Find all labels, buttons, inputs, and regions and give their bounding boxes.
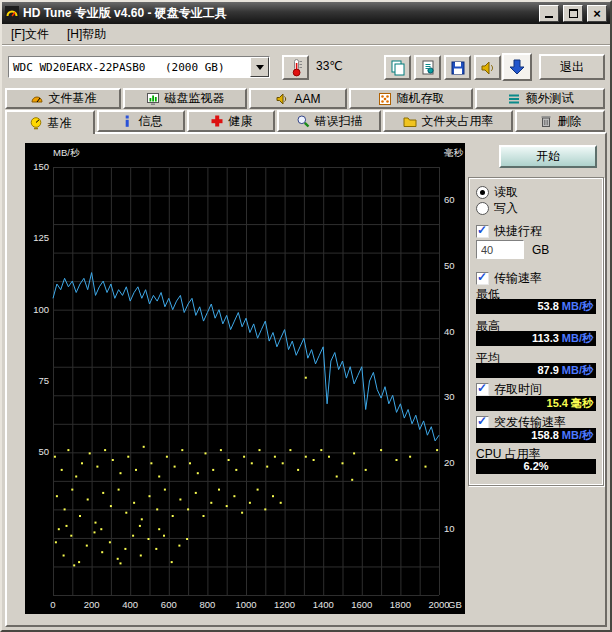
tab-erase[interactable]: 删除 — [515, 110, 605, 132]
tab-label: 文件基准 — [49, 90, 97, 107]
tab-error-scan[interactable]: 错误扫描 — [277, 110, 381, 132]
copy-to-clipboard-button[interactable] — [384, 55, 411, 80]
svg-text:400: 400 — [122, 599, 138, 610]
down-arrow-icon — [507, 57, 527, 77]
short-stroke-checkbox[interactable] — [476, 225, 489, 238]
tab-info[interactable]: 信息 — [97, 110, 185, 132]
svg-text:50: 50 — [38, 446, 49, 457]
error-scan-magnifier-icon — [296, 114, 310, 128]
burst-rate-value-box: 158.8MB/秒 — [476, 428, 596, 443]
svg-text:800: 800 — [199, 599, 215, 610]
app-window: HD Tune 专业版 v4.60 - 硬盘专业工具 × [F]文件 [H]帮助… — [0, 0, 612, 632]
minimize-button[interactable] — [539, 5, 559, 22]
access-time-value: 15.4 — [547, 397, 568, 409]
tab-benchmark[interactable]: 基准 — [5, 110, 95, 134]
benchmark-icon — [29, 116, 43, 130]
save-button[interactable] — [444, 55, 471, 80]
aam-sound-button[interactable] — [474, 55, 501, 80]
tab-row-primary: 基准 信息 健康 错误扫描 文件夹占用率 — [5, 110, 605, 134]
file-benchmark-icon — [30, 92, 44, 106]
floppy-disk-icon — [449, 59, 467, 77]
screenshot-page-icon — [419, 59, 437, 77]
min-value-box: 53.8MB/秒 — [476, 299, 596, 314]
write-label: 写入 — [494, 200, 518, 217]
drive-model: WDC WD20EARX-22PASB0 — [9, 61, 165, 74]
tab-disk-monitor[interactable]: 磁盘监视器 — [123, 88, 247, 109]
copy-screenshot-button[interactable] — [414, 55, 441, 80]
tab-label: 删除 — [558, 113, 582, 130]
transfer-rate-checkbox[interactable] — [476, 272, 489, 285]
temperature-value: 33℃ — [316, 59, 343, 73]
svg-text:1600: 1600 — [351, 599, 372, 610]
speaker-icon — [479, 59, 497, 77]
tab-random-access[interactable]: 随机存取 — [349, 88, 473, 109]
close-icon: × — [593, 8, 601, 19]
close-button[interactable]: × — [587, 5, 607, 22]
access-time-value-box: 15.4毫秒 — [476, 396, 596, 411]
max-value-box: 113.3MB/秒 — [476, 331, 596, 346]
exit-button[interactable]: 退出 — [539, 54, 605, 80]
avg-value: 87.9 — [537, 364, 558, 376]
drive-select-dropdown[interactable]: WDC WD20EARX-22PASB0 (2000 GB) — [8, 56, 270, 78]
copy-pages-icon — [389, 59, 407, 77]
min-value: 53.8 — [537, 300, 558, 312]
folder-icon — [403, 114, 417, 128]
tab-label: 文件夹占用率 — [422, 113, 494, 130]
svg-text:1800: 1800 — [390, 599, 411, 610]
tab-label: 额外测试 — [526, 90, 574, 107]
menu-file[interactable]: [F]文件 — [2, 26, 58, 43]
tab-label: 信息 — [139, 113, 163, 130]
tab-label: 基准 — [48, 115, 72, 132]
start-button[interactable]: 开始 — [499, 145, 597, 168]
trash-icon — [539, 114, 553, 128]
tab-health[interactable]: 健康 — [187, 110, 275, 132]
access-time-checkbox[interactable] — [476, 383, 489, 396]
tab-folder-usage[interactable]: 文件夹占用率 — [383, 110, 513, 132]
download-results-button[interactable] — [502, 53, 532, 81]
write-option[interactable]: 写入 — [476, 200, 518, 217]
app-icon — [5, 6, 19, 20]
random-access-icon — [378, 92, 392, 106]
avg-unit: MB/秒 — [562, 364, 593, 376]
svg-text:GB: GB — [448, 599, 462, 610]
svg-text:125: 125 — [33, 232, 49, 243]
svg-text:2000: 2000 — [428, 599, 449, 610]
transfer-rate-label: 传输速率 — [494, 270, 542, 287]
svg-text:75: 75 — [38, 375, 49, 386]
svg-text:40: 40 — [444, 326, 455, 337]
dropdown-arrow-icon[interactable] — [250, 57, 269, 77]
short-stroke-input[interactable] — [476, 240, 524, 259]
svg-text:1200: 1200 — [274, 599, 295, 610]
disk-monitor-icon — [146, 92, 160, 106]
burst-rate-value: 158.8 — [531, 429, 559, 441]
tab-file-benchmark[interactable]: 文件基准 — [5, 88, 121, 109]
write-radio[interactable] — [476, 202, 489, 215]
avg-value-box: 87.9MB/秒 — [476, 363, 596, 378]
svg-text:50: 50 — [444, 260, 455, 271]
tab-label: 健康 — [229, 113, 253, 130]
short-stroke-unit: GB — [532, 243, 549, 257]
maximize-button[interactable] — [563, 5, 583, 22]
burst-rate-unit: MB/秒 — [562, 429, 593, 441]
svg-text:毫秒: 毫秒 — [444, 147, 464, 158]
window-title: HD Tune 专业版 v4.60 - 硬盘专业工具 — [23, 5, 535, 22]
toolbar: WDC WD20EARX-22PASB0 (2000 GB) 33℃ — [2, 45, 610, 88]
info-icon — [120, 114, 134, 128]
read-radio[interactable] — [476, 186, 489, 199]
transfer-rate-option[interactable]: 传输速率 — [476, 270, 542, 287]
extra-tests-icon — [507, 92, 521, 106]
svg-text:30: 30 — [444, 391, 455, 402]
tab-aam[interactable]: AAM — [249, 88, 347, 109]
svg-text:MB/秒: MB/秒 — [53, 147, 80, 158]
tab-label: 随机存取 — [397, 90, 445, 107]
menu-help[interactable]: [H]帮助 — [58, 26, 115, 43]
read-option[interactable]: 读取 — [476, 184, 518, 201]
tab-label: AAM — [294, 92, 320, 106]
short-stroke-option[interactable]: 快捷行程 — [476, 223, 542, 240]
svg-text:1000: 1000 — [235, 599, 256, 610]
svg-text:600: 600 — [161, 599, 177, 610]
max-value: 113.3 — [532, 332, 559, 344]
tab-extra-tests[interactable]: 额外测试 — [475, 88, 605, 109]
temperature-button[interactable] — [282, 55, 309, 80]
svg-text:150: 150 — [33, 161, 49, 172]
